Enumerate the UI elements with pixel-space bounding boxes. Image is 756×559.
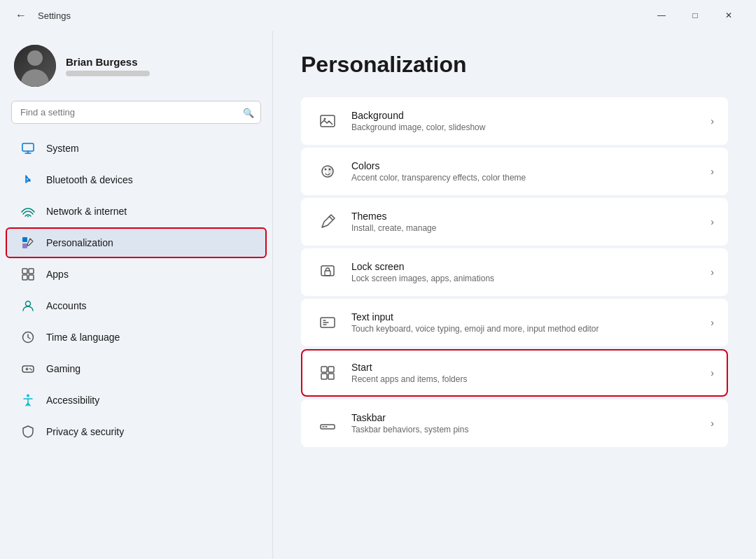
svg-rect-0 <box>22 143 34 151</box>
svg-rect-20 <box>325 271 330 276</box>
themes-setting-text: Themes Install, create, manage <box>351 211 704 233</box>
accessibility-icon <box>20 392 36 409</box>
start-setting-icon <box>315 360 340 385</box>
background-chevron-icon: › <box>710 115 714 127</box>
svg-rect-5 <box>29 269 34 274</box>
setting-card-themes[interactable]: Themes Install, create, manage › <box>301 198 728 246</box>
svg-point-8 <box>26 302 31 306</box>
sidebar-item-label: Apps <box>46 269 69 280</box>
search-box: 🔍 <box>11 101 261 124</box>
taskbar-setting-icon <box>315 411 340 436</box>
setting-card-background[interactable]: Background Background image, color, slid… <box>301 97 728 145</box>
setting-card-taskbar[interactable]: Taskbar Taskbar behaviors, system pins › <box>301 399 728 447</box>
svg-rect-3 <box>22 243 27 248</box>
sidebar-item-label: Accounts <box>46 300 87 311</box>
lockscreen-setting-desc: Lock screen images, apps, animations <box>351 274 704 283</box>
close-button[interactable]: ✕ <box>713 4 745 27</box>
colors-chevron-icon: › <box>710 166 714 177</box>
sidebar-item-label: Network & internet <box>46 206 127 217</box>
sidebar-item-label: Personalization <box>46 237 113 248</box>
sidebar-item-gaming[interactable]: Gaming <box>6 353 267 384</box>
sidebar-item-apps[interactable]: Apps <box>6 259 267 290</box>
title-bar-title: Settings <box>38 10 71 21</box>
time-icon <box>20 329 36 346</box>
svg-rect-6 <box>22 275 27 280</box>
themes-chevron-icon: › <box>710 216 714 227</box>
start-setting-text: Start Recent apps and items, folders <box>351 362 704 384</box>
colors-setting-title: Colors <box>351 160 704 171</box>
search-icon: 🔍 <box>243 107 254 118</box>
window-controls: — □ ✕ <box>645 4 745 27</box>
app-body: Brian Burgess 🔍 System Bluetooth & devic… <box>0 31 756 559</box>
lockscreen-setting-title: Lock screen <box>351 261 704 272</box>
privacy-icon <box>20 423 36 440</box>
textinput-chevron-icon: › <box>710 317 714 328</box>
svg-rect-23 <box>328 367 334 372</box>
textinput-setting-icon <box>315 310 340 335</box>
sidebar-item-privacy[interactable]: Privacy & security <box>6 416 267 447</box>
user-profile: Brian Burgess <box>0 38 272 101</box>
lockscreen-setting-icon <box>315 260 340 285</box>
sidebar-item-label: Accessibility <box>46 395 99 406</box>
maximize-button[interactable]: □ <box>679 4 711 27</box>
taskbar-chevron-icon: › <box>710 418 714 429</box>
setting-card-textinput[interactable]: Text input Touch keyboard, voice typing,… <box>301 299 728 346</box>
setting-card-start[interactable]: Start Recent apps and items, folders › <box>301 349 728 397</box>
sidebar-item-accessibility[interactable]: Accessibility <box>6 385 267 416</box>
accounts-icon <box>20 297 36 314</box>
textinput-setting-text: Text input Touch keyboard, voice typing,… <box>351 311 704 334</box>
themes-setting-icon <box>315 209 340 234</box>
apps-icon <box>20 266 36 283</box>
sidebar: Brian Burgess 🔍 System Bluetooth & devic… <box>0 31 273 559</box>
svg-point-13 <box>27 395 29 397</box>
svg-point-1 <box>27 216 29 218</box>
sidebar-item-system[interactable]: System <box>6 133 267 164</box>
sidebar-item-bluetooth[interactable]: Bluetooth & devices <box>6 164 267 195</box>
svg-rect-7 <box>29 275 34 280</box>
start-setting-desc: Recent apps and items, folders <box>351 374 704 384</box>
system-icon <box>20 140 36 157</box>
sidebar-item-personalization[interactable]: Personalization <box>6 227 267 258</box>
svg-rect-22 <box>321 367 327 372</box>
background-setting-icon <box>315 108 340 134</box>
svg-point-15 <box>324 118 326 120</box>
minimize-button[interactable]: — <box>645 4 678 27</box>
start-setting-title: Start <box>351 362 704 373</box>
title-bar-left: ← Settings <box>11 6 637 25</box>
lockscreen-chevron-icon: › <box>710 267 714 278</box>
user-email-bar <box>66 71 150 76</box>
sidebar-item-network[interactable]: Network & internet <box>6 196 267 227</box>
themes-setting-title: Themes <box>351 211 704 222</box>
colors-setting-desc: Accent color, transparency effects, colo… <box>351 173 704 183</box>
back-button[interactable]: ← <box>11 6 31 25</box>
gaming-icon <box>20 360 36 377</box>
svg-rect-24 <box>321 374 327 379</box>
background-setting-text: Background Background image, color, slid… <box>351 110 704 132</box>
avatar-image <box>14 45 56 87</box>
avatar <box>14 45 56 87</box>
themes-setting-desc: Install, create, manage <box>351 223 704 233</box>
background-setting-desc: Background image, color, slideshow <box>351 122 704 132</box>
sidebar-item-time[interactable]: Time & language <box>6 322 267 353</box>
setting-card-colors[interactable]: Colors Accent color, transparency effect… <box>301 148 728 195</box>
svg-rect-2 <box>22 237 27 242</box>
search-input[interactable] <box>11 101 261 124</box>
sidebar-item-accounts[interactable]: Accounts <box>6 290 267 321</box>
sidebar-item-label: Privacy & security <box>46 426 124 437</box>
user-info: Brian Burgess <box>66 56 150 76</box>
lockscreen-setting-text: Lock screen Lock screen images, apps, an… <box>351 261 704 283</box>
sidebar-item-label: System <box>46 143 79 154</box>
colors-setting-icon <box>315 159 340 184</box>
taskbar-setting-text: Taskbar Taskbar behaviors, system pins <box>351 412 704 434</box>
textinput-setting-desc: Touch keyboard, voice typing, emoji and … <box>351 324 704 334</box>
sidebar-item-label: Gaming <box>46 363 80 374</box>
svg-rect-25 <box>328 374 334 379</box>
taskbar-setting-desc: Taskbar behaviors, system pins <box>351 425 704 434</box>
content-area: Personalization Background Background im… <box>273 31 756 559</box>
setting-card-lockscreen[interactable]: Lock screen Lock screen images, apps, an… <box>301 248 728 296</box>
svg-point-11 <box>29 368 31 369</box>
settings-list: Background Background image, color, slid… <box>301 97 728 447</box>
svg-rect-4 <box>22 269 27 274</box>
title-bar: ← Settings — □ ✕ <box>0 0 756 31</box>
bluetooth-icon <box>20 171 36 188</box>
